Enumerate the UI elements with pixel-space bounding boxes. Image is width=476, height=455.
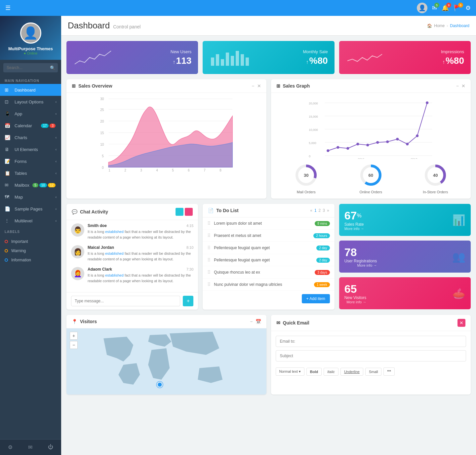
mail-bottom-icon[interactable]: ✉ [28,444,32,450]
todo-page-prev[interactable]: « [310,208,312,213]
format-quote-button[interactable]: ❝❝ [383,367,395,376]
label-information[interactable]: Information [0,255,61,265]
stat-card-impressions: Impressions ↑%80 [339,41,471,74]
breadcrumb-home[interactable]: Home [434,23,445,28]
minimize-icon[interactable]: − [250,319,253,324]
map-zoom-in[interactable]: + [70,332,78,340]
todo-page-2[interactable]: 2 [319,208,321,213]
minimize-icon[interactable]: − [252,83,254,89]
topbar-avatar[interactable]: 👤 [417,3,427,13]
drag-handle[interactable]: ⠿ [207,270,211,275]
todo-item: ⠿ Pellentesque feugiat quam eget 2 day [203,254,334,266]
todo-text: Nunc pulvinar dolor vel magna ultricies [214,282,314,287]
information-dot [5,258,8,262]
todo-page-3[interactable]: 3 [323,208,325,213]
chat-name-2: Maical Jordan [88,245,114,250]
map-display: + − [66,328,266,395]
drag-handle[interactable]: ⠿ [207,233,211,238]
svg-text:6: 6 [188,169,190,172]
format-italic-button[interactable]: Italic [324,368,338,376]
tables-icon: 📋 [5,171,11,176]
drag-handle[interactable]: ⠿ [207,282,211,287]
svg-text:20,000: 20,000 [309,102,318,105]
minimize-icon[interactable]: − [456,83,459,89]
grid-icon: ⊞ [72,83,76,89]
svg-text:15: 15 [100,131,104,135]
quick-email-panel: ✉ Quick Email ✕ Normal text ▾ Bold Itali… [271,315,471,395]
sidebar: 👤 MultiPurpose Themes Online 🔍 MAIN NAVI… [0,16,61,455]
chat-list: 👨 Smith doe 4:15 It is a long establishe… [66,220,198,292]
svg-text:5: 5 [102,154,104,158]
sidebar-item-label: Forms [15,159,56,164]
chat-message-input[interactable] [71,296,180,306]
svg-point-41 [337,146,339,149]
sidebar-profile: 👤 MultiPurpose Themes Online [0,16,61,60]
format-small-button[interactable]: Small [365,368,382,376]
sidebar-item-tables[interactable]: 📋 Tables ‹ [0,167,61,179]
settings-icon[interactable]: ⚙ [465,4,471,12]
mini-stat-more[interactable]: More info → [344,300,366,304]
todo-page-1[interactable]: 1 [314,208,317,213]
map-zoom-out[interactable]: − [70,341,78,349]
chat-tb-teal[interactable] [176,208,183,216]
mini-stat-more[interactable]: More info → [344,263,377,267]
sidebar-item-map[interactable]: 🗺 Map ‹ [0,191,61,203]
notification-icon[interactable]: 🔔 9 [442,4,449,12]
chevron-icon: ‹ [56,219,57,223]
calendar-icon[interactable]: 📅 [256,319,261,324]
format-normal-button[interactable]: Normal text ▾ [276,367,304,376]
donut-mail-value: 30 [304,173,308,178]
svg-point-50 [426,101,428,104]
sidebar-item-sample[interactable]: 📄 Sample Pages ‹ [0,203,61,215]
label-important[interactable]: Important [0,237,61,246]
mailbox-badge-1: 5 [32,183,38,187]
drag-handle[interactable]: ⠿ [207,221,211,226]
sidebar-item-charts[interactable]: 📈 Charts ‹ [0,132,61,143]
power-bottom-icon[interactable]: ⏻ [48,444,53,450]
close-icon[interactable]: ✕ [461,83,465,89]
svg-text:25: 25 [100,108,104,112]
sidebar-item-forms[interactable]: 📝 Forms ‹ [0,155,61,167]
alert-icon[interactable]: 🚩 6 [454,4,461,12]
sidebar-item-ui[interactable]: 🖥 UI Elements ‹ [0,143,61,155]
email-to-field[interactable] [276,336,466,347]
sidebar-item-app[interactable]: 📱 App ‹ [0,108,61,120]
email-icon: ✉ [276,320,280,325]
mini-stat-more[interactable]: More info → [344,227,364,231]
qe-title: ✉ Quick Email [276,320,309,325]
donut-store-value: 40 [433,173,438,178]
sidebar-item-mailbox[interactable]: ✉ Mailbox 5 10 12 [0,179,61,191]
drag-handle[interactable]: ⠿ [207,257,211,263]
close-icon[interactable]: ✕ [257,83,261,89]
donut-row: 30 Mail Orders 60 [271,160,471,199]
format-bold-button[interactable]: Bold [306,368,322,376]
ui-icon: 🖥 [5,147,11,152]
avatar: 👤 [20,22,41,44]
todo-page-next[interactable]: » [327,208,329,213]
chat-time-3: 7:30 [186,267,193,271]
settings-bottom-icon[interactable]: ⚙ [8,444,13,450]
svg-rect-3 [226,53,229,66]
label-warning[interactable]: Warning [0,246,61,255]
sidebar-item-dashboard[interactable]: ⊞ Dashboard [0,84,61,96]
format-underline-button[interactable]: Underline [340,368,363,376]
add-item-button[interactable]: + Add item [302,294,330,303]
qe-close-button[interactable]: ✕ [457,319,465,327]
grid-icon: ⊞ [276,83,280,89]
email-subject-field[interactable] [276,350,466,361]
bottom-row: 💬 Chat Activity 👨 [66,204,471,310]
sidebar-item-label: Layout Options [15,99,56,104]
mail-icon[interactable]: ✉ 5 [432,4,437,12]
app-icon: 📱 [5,111,11,116]
mini-stat-icon: 📊 [452,214,465,226]
chat-tb-pink[interactable] [185,208,193,216]
drag-handle[interactable]: ⠿ [207,245,211,250]
hamburger-icon[interactable]: ☰ [5,4,11,12]
sidebar-item-multilevel[interactable]: ⋮ Multilevel ‹ [0,215,61,227]
todo-title: 📄 To Do List [208,208,238,213]
svg-text:0: 0 [309,155,310,158]
svg-text:8: 8 [219,169,221,172]
sidebar-item-layout[interactable]: ⊡ Layout Options ‹ [0,96,61,108]
chat-send-button[interactable]: + [183,296,193,306]
sidebar-item-calendar[interactable]: 📅 Calendar 17 3 [0,120,61,132]
